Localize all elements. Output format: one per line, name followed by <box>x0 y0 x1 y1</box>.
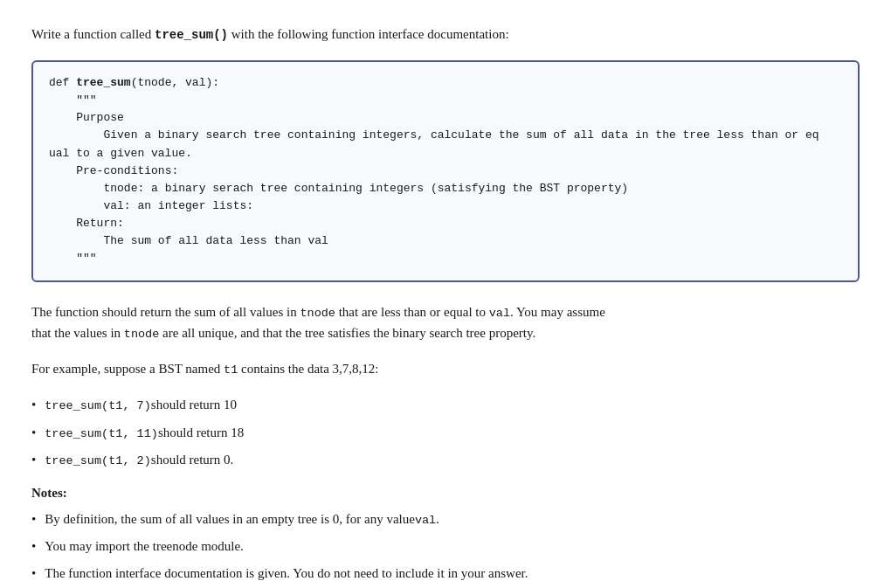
list-item: tree_sum(t1, 11) should return 18 <box>31 423 860 443</box>
note-item-3: The function interface documentation is … <box>31 564 860 584</box>
note1-val-code: val <box>415 512 436 529</box>
example-section: For example, suppose a BST named t1 cont… <box>31 358 860 380</box>
desc-val-code1: val <box>489 307 510 320</box>
list-item: tree_sum(t1, 7) should return 10 <box>31 395 860 415</box>
note-item-1: By definition, the sum of all values in … <box>31 509 860 529</box>
desc-tnode-code1: tnode <box>300 307 335 320</box>
example-result-3: should return 0. <box>151 450 234 470</box>
notes-heading: Notes: <box>31 486 860 501</box>
example-text-after: contains the data 3,7,8,12: <box>238 362 378 376</box>
example-code-2: tree_sum(t1, 11) <box>45 425 158 443</box>
intro-text-before: Write a function called <box>31 27 155 41</box>
desc-line1-before1: The function should return the sum of al… <box>31 305 300 319</box>
function-docstring-block: def tree_sum(tnode, val): """ Purpose Gi… <box>31 60 860 282</box>
example-result-1: should return 10 <box>151 395 237 415</box>
desc-line1-before2: that are less than or equal to <box>335 305 489 319</box>
note2-text: You may import the treenode module. <box>45 536 244 557</box>
desc-line1-after: . You may assume <box>510 305 605 319</box>
note-item-2: You may import the treenode module. <box>31 536 860 557</box>
desc-tnode-code2: tnode <box>124 328 160 341</box>
desc-line2-after: are all unique, and that the tree satisf… <box>159 326 535 340</box>
intro-function-name: tree_sum() <box>155 28 228 42</box>
description-section: The function should return the sum of al… <box>31 301 860 344</box>
intro-paragraph: Write a function called tree_sum() with … <box>31 24 860 45</box>
example-code-3: tree_sum(t1, 2) <box>45 453 151 470</box>
note1-text-after: . <box>436 509 439 529</box>
desc-line2-before: that the values in <box>31 326 124 340</box>
note1-text-before: By definition, the sum of all values in … <box>45 509 415 529</box>
note3-text: The function interface documentation is … <box>45 564 528 584</box>
list-item: tree_sum(t1, 2) should return 0. <box>31 450 860 470</box>
notes-list: By definition, the sum of all values in … <box>31 509 860 583</box>
example-result-2: should return 18 <box>158 423 244 443</box>
example-text-before: For example, suppose a BST named <box>31 362 224 376</box>
example-code-1: tree_sum(t1, 7) <box>45 398 151 415</box>
intro-text-after: with the following function interface do… <box>228 27 509 41</box>
examples-list: tree_sum(t1, 7) should return 10 tree_su… <box>31 395 860 470</box>
example-t1-code: t1 <box>224 363 238 377</box>
